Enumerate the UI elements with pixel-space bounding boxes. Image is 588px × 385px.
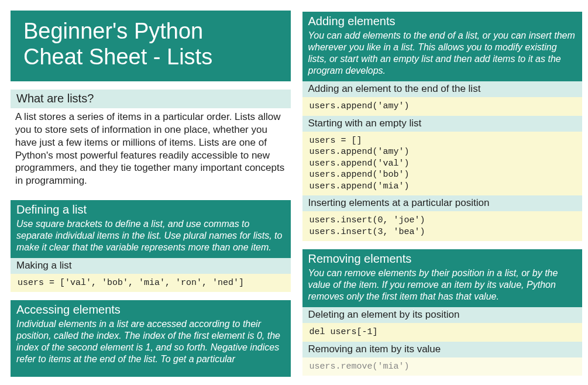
- code-remove-value: users.remove('mia'): [302, 358, 583, 376]
- section-what-head: What are lists?: [11, 90, 291, 108]
- code-making-list: users = ['val', 'bob', 'mia', 'ron', 'ne…: [11, 274, 291, 293]
- right-column: Adding elements You can add elements to …: [302, 11, 583, 385]
- section-defining-intro: Use square brackets to define a list, an…: [11, 218, 291, 258]
- code-del-pos: del users[-1]: [302, 323, 583, 342]
- sub-add-end: Adding an element to the end of the list: [302, 81, 583, 97]
- section-what-body: A list stores a series of items in a par…: [11, 108, 291, 192]
- section-removing-intro: You can remove elements by their positio…: [302, 267, 583, 307]
- section-adding-intro: You can add elements to the end of a lis…: [302, 30, 583, 81]
- title-text: Beginner's Python Cheat Sheet - Lists: [23, 19, 278, 70]
- sub-start-empty: Starting with an empty list: [302, 116, 583, 132]
- code-insert-pos: users.insert(0, 'joe') users.insert(3, '…: [302, 211, 583, 241]
- sub-making-list: Making a list: [11, 258, 291, 274]
- left-column: Beginner's Python Cheat Sheet - Lists Wh…: [11, 11, 291, 385]
- section-adding-head: Adding elements: [302, 12, 583, 30]
- sub-remove-value: Removing an item by its value: [302, 342, 583, 358]
- code-add-end: users.append('amy'): [302, 97, 583, 116]
- page-title: Beginner's Python Cheat Sheet - Lists: [11, 11, 291, 81]
- section-accessing-intro: Individual elements in a list are access…: [11, 318, 291, 377]
- section-accessing-head: Accessing elements: [11, 300, 291, 318]
- section-removing-head: Removing elements: [302, 249, 583, 267]
- code-start-empty: users = [] users.append('amy') users.app…: [302, 132, 583, 196]
- sub-insert-pos: Inserting elements at a particular posit…: [302, 195, 583, 211]
- sub-del-pos: Deleting an element by its position: [302, 307, 583, 323]
- section-defining-head: Defining a list: [11, 200, 291, 218]
